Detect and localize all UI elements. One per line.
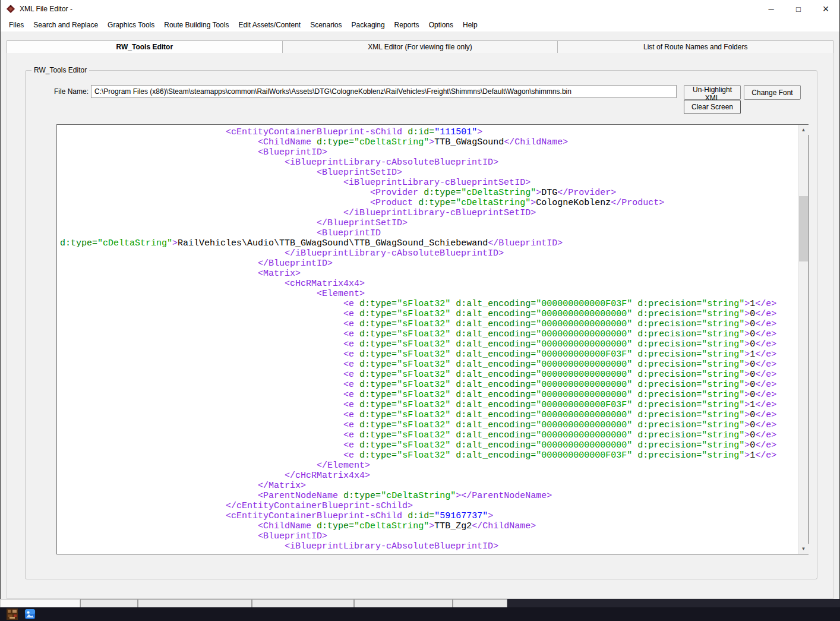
- menu-bar: FilesSearch and ReplaceGraphics ToolsRou…: [1, 18, 839, 31]
- code-line: <e d:type="sFloat32" d:alt_encoding="000…: [60, 450, 798, 461]
- title-bar: XML File Editor - ─□×: [1, 0, 839, 18]
- menu-item-route-building-tools[interactable]: Route Building Tools: [159, 19, 233, 31]
- file-path-input[interactable]: [91, 85, 677, 98]
- code-line: </Element>: [60, 461, 798, 471]
- code-line: </BlueprintSetID>: [60, 218, 798, 228]
- code-line: <iBlueprintLibrary-cBlueprintSetID>: [60, 178, 798, 188]
- code-line: <Provider d:type="cDeltaString">DTG</Pro…: [60, 188, 798, 198]
- code-line: <e d:type="sFloat32" d:alt_encoding="000…: [60, 299, 798, 309]
- scroll-down-arrow-icon[interactable]: ▼: [798, 544, 809, 554]
- code-line: <e d:type="sFloat32" d:alt_encoding="000…: [60, 420, 798, 430]
- menu-item-options[interactable]: Options: [424, 19, 458, 31]
- code-line: <iBlueprintLibrary-cAbsoluteBlueprintID>: [60, 157, 798, 168]
- code-line: <BlueprintID>: [60, 531, 798, 541]
- background-window-fragment: [252, 599, 354, 607]
- tab-xml-editor-for-viewing-file-only[interactable]: XML Editor (For viewing file only): [282, 40, 558, 53]
- pixel-game-app-icon[interactable]: [7, 609, 18, 620]
- photos-app-icon[interactable]: [24, 609, 36, 620]
- code-line: <Product d:type="cDeltaString">CologneKo…: [60, 198, 798, 208]
- code-line: <e d:type="sFloat32" d:alt_encoding="000…: [60, 440, 798, 450]
- code-line: </BlueprintID>: [60, 259, 798, 269]
- code-line: <ChildName d:type="cDeltaString">TTB_GWa…: [60, 137, 798, 147]
- code-line: </iBlueprintLibrary-cBlueprintSetID>: [60, 208, 798, 218]
- rw-tools-groupbox: RW_Tools Editor File Name: Un-Highlight …: [25, 70, 817, 579]
- code-line: d:type="cDeltaString">RailVehicles\Audio…: [60, 238, 798, 248]
- tab-strip: RW_Tools EditorXML Editor (For viewing f…: [7, 40, 833, 53]
- scrollbar-thumb[interactable]: [799, 196, 808, 261]
- code-line: <BlueprintID: [60, 228, 798, 238]
- code-line: <cHcRMatrix4x4>: [60, 279, 798, 289]
- tab-page-rw-tools-editor: RW_Tools Editor File Name: Un-Highlight …: [7, 53, 833, 599]
- code-line: <e d:type="sFloat32" d:alt_encoding="000…: [60, 400, 798, 410]
- code-line: </cHcRMatrix4x4>: [60, 471, 798, 481]
- vertical-scrollbar[interactable]: ▲ ▼: [798, 125, 808, 554]
- menu-item-reports[interactable]: Reports: [390, 19, 424, 31]
- code-line: <e d:type="sFloat32" d:alt_encoding="000…: [60, 319, 798, 329]
- background-window-fragment: [354, 599, 453, 607]
- main-form: RW_Tools EditorXML Editor (For viewing f…: [1, 31, 839, 599]
- background-window-fragment: [80, 599, 138, 607]
- code-line: </cEntityContainerBlueprint-sChild>: [60, 501, 798, 511]
- background-window-fragment: [0, 599, 80, 607]
- code-line: <e d:type="sFloat32" d:alt_encoding="000…: [60, 339, 798, 349]
- menu-item-scenarios[interactable]: Scenarios: [305, 19, 346, 31]
- code-line: <e d:type="sFloat32" d:alt_encoding="000…: [60, 380, 798, 390]
- code-line: <ParentNodeName d:type="cDeltaString"></…: [60, 491, 798, 501]
- desktop-strip: [0, 599, 840, 607]
- menu-item-edit-assets-content[interactable]: Edit Assets/Content: [233, 19, 305, 31]
- code-line: <Element>: [60, 289, 798, 299]
- code-line: <e d:type="sFloat32" d:alt_encoding="000…: [60, 370, 798, 380]
- menu-item-files[interactable]: Files: [4, 19, 29, 31]
- code-line: <Matrix>: [60, 269, 798, 279]
- taskbar: [0, 607, 840, 621]
- window-controls: ─□×: [757, 0, 839, 18]
- code-line: <iBlueprintLibrary-cAbsoluteBlueprintID>: [60, 541, 798, 551]
- tab-list-of-route-names-and-folders[interactable]: List of Route Names and Folders: [557, 40, 833, 53]
- file-name-label: File Name:: [54, 87, 89, 96]
- code-line: <cEntityContainerBlueprint-sChild d:id="…: [60, 511, 798, 521]
- menu-item-help[interactable]: Help: [458, 19, 482, 31]
- background-window-fragment: [453, 599, 507, 607]
- app-window: XML File Editor - ─□× FilesSearch and Re…: [0, 0, 840, 599]
- code-line: <e d:type="sFloat32" d:alt_encoding="000…: [60, 390, 798, 400]
- code-line: <e d:type="sFloat32" d:alt_encoding="000…: [60, 410, 798, 420]
- code-line: <e d:type="sFloat32" d:alt_encoding="000…: [60, 349, 798, 360]
- close-button[interactable]: ×: [812, 0, 839, 18]
- code-line: </iBlueprintLibrary-cAbsoluteBlueprintID…: [60, 248, 798, 259]
- xml-code-editor[interactable]: <cEntityContainerBlueprint-sChild d:id="…: [56, 124, 809, 554]
- groupbox-label: RW_Tools Editor: [31, 66, 89, 74]
- code-line: <ChildName d:type="cDeltaString">TTB_Zg2…: [60, 521, 798, 531]
- app-icon: [6, 4, 15, 14]
- tab-rw-tools-editor[interactable]: RW_Tools Editor: [7, 40, 282, 53]
- window-title: XML File Editor -: [20, 5, 72, 13]
- code-line: </Matrix>: [60, 481, 798, 491]
- menu-item-packaging[interactable]: Packaging: [347, 19, 390, 31]
- minimize-button[interactable]: ─: [757, 0, 785, 18]
- code-line: <BlueprintSetID>: [60, 168, 798, 178]
- background-window-fragment: [138, 599, 252, 607]
- menu-item-search-and-replace[interactable]: Search and Replace: [29, 19, 103, 31]
- code-line: <e d:type="sFloat32" d:alt_encoding="000…: [60, 430, 798, 440]
- code-line: <cEntityContainerBlueprint-sChild d:id="…: [60, 127, 798, 137]
- scroll-up-arrow-icon[interactable]: ▲: [798, 125, 809, 135]
- clear-screen-button[interactable]: Clear Screen: [684, 100, 741, 114]
- code-line: <e d:type="sFloat32" d:alt_encoding="000…: [60, 309, 798, 319]
- code-line: <e d:type="sFloat32" d:alt_encoding="000…: [60, 329, 798, 339]
- change-font-button[interactable]: Change Font: [744, 85, 801, 100]
- xml-code-content: <cEntityContainerBlueprint-sChild d:id="…: [57, 125, 798, 554]
- code-line: <BlueprintID>: [60, 147, 798, 157]
- maximize-button[interactable]: □: [785, 0, 812, 18]
- code-line: <e d:type="sFloat32" d:alt_encoding="000…: [60, 360, 798, 370]
- unhighlight-xml-button[interactable]: Un-Highlight XML: [684, 85, 741, 100]
- menu-item-graphics-tools[interactable]: Graphics Tools: [103, 19, 159, 31]
